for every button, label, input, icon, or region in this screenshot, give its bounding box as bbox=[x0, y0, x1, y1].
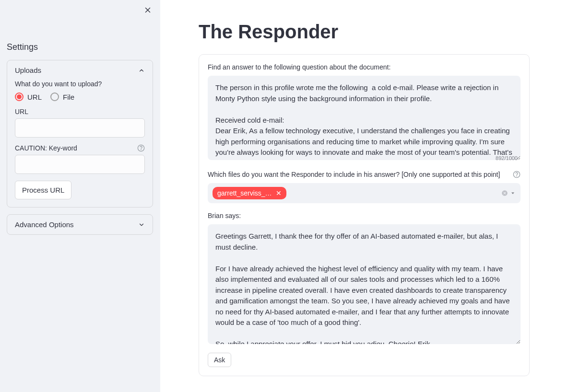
svg-point-3 bbox=[141, 150, 142, 150]
uploads-panel-header[interactable]: Uploads bbox=[7, 60, 153, 80]
help-icon[interactable] bbox=[513, 171, 521, 178]
process-url-button[interactable]: Process URL bbox=[15, 181, 71, 199]
question-textarea-wrap: 892/1000 bbox=[208, 76, 521, 162]
keyword-input[interactable] bbox=[15, 155, 145, 174]
url-label-text: URL bbox=[15, 108, 28, 115]
chevron-up-icon bbox=[138, 67, 145, 74]
output-label: Brian says: bbox=[208, 212, 521, 219]
file-chip: garrett_serviss_… ✕ bbox=[213, 187, 286, 199]
question-label-text: Find an answer to the following question… bbox=[208, 63, 390, 71]
multiselect-controls bbox=[501, 190, 516, 196]
close-icon bbox=[143, 6, 152, 14]
dropdown-caret-icon[interactable] bbox=[510, 190, 516, 196]
output-label-text: Brian says: bbox=[208, 212, 241, 219]
files-label: Which files do you want the Responder to… bbox=[208, 171, 521, 178]
keyword-label-text: CAUTION: Key-word bbox=[15, 144, 77, 152]
radio-file[interactable]: File bbox=[50, 92, 74, 101]
uploads-panel-body: What do you want to upload? URL File URL… bbox=[7, 80, 153, 207]
sidebar-title: Settings bbox=[7, 42, 153, 52]
radio-url-label: URL bbox=[27, 93, 42, 101]
main-content: The Responder Find an answer to the foll… bbox=[160, 0, 568, 392]
svg-point-5 bbox=[517, 176, 517, 176]
svg-marker-9 bbox=[511, 193, 514, 195]
uploads-panel: Uploads What do you want to upload? URL … bbox=[7, 60, 153, 208]
close-sidebar-button[interactable] bbox=[143, 6, 152, 16]
question-textarea[interactable] bbox=[208, 76, 521, 160]
output-textarea[interactable] bbox=[208, 224, 521, 344]
clear-all-icon[interactable] bbox=[501, 190, 508, 196]
page-title: The Responder bbox=[199, 21, 530, 43]
uploads-panel-title: Uploads bbox=[15, 66, 41, 74]
upload-type-radio-group: URL File bbox=[15, 92, 145, 101]
advanced-panel-title: Advanced Options bbox=[15, 220, 74, 229]
sidebar: Settings Uploads What do you want to upl… bbox=[0, 0, 160, 392]
radio-dot-icon bbox=[50, 92, 59, 101]
files-label-text: Which files do you want the Responder to… bbox=[208, 171, 500, 178]
url-input[interactable] bbox=[15, 118, 145, 138]
advanced-panel: Advanced Options bbox=[7, 214, 153, 235]
help-icon[interactable] bbox=[137, 144, 145, 152]
keyword-field-label: CAUTION: Key-word bbox=[15, 144, 145, 152]
radio-url[interactable]: URL bbox=[15, 92, 42, 101]
remove-chip-button[interactable]: ✕ bbox=[276, 190, 282, 196]
file-multiselect[interactable]: garrett_serviss_… ✕ bbox=[208, 183, 521, 203]
url-field-label: URL bbox=[15, 108, 145, 115]
radio-file-label: File bbox=[63, 93, 74, 101]
ask-button[interactable]: Ask bbox=[208, 353, 231, 367]
file-chip-label: garrett_serviss_… bbox=[217, 189, 272, 197]
advanced-panel-header[interactable]: Advanced Options bbox=[7, 215, 153, 234]
upload-question: What do you want to upload? bbox=[15, 80, 145, 88]
radio-dot-selected-icon bbox=[15, 92, 24, 101]
responder-card: Find an answer to the following question… bbox=[199, 54, 530, 376]
question-label: Find an answer to the following question… bbox=[208, 63, 521, 71]
chevron-down-icon bbox=[138, 221, 145, 228]
